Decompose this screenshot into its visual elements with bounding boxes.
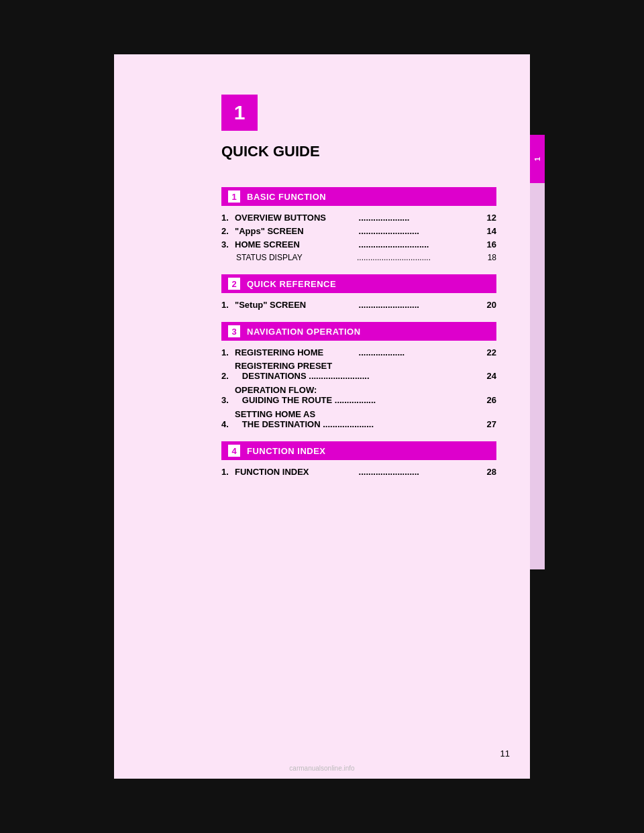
item-dots: ..................... <box>356 213 478 223</box>
item-number: 1. <box>221 213 235 223</box>
item-page: 24 <box>478 371 496 381</box>
chapter-title: QUICK GUIDE <box>221 143 503 160</box>
toc-sub-item: STATUS DISPLAY .........................… <box>221 253 496 262</box>
toc-item: 1. "Setup" SCREEN ......................… <box>221 300 496 310</box>
tab-6[interactable] <box>530 376 545 425</box>
tab-4[interactable] <box>530 280 545 328</box>
section-basic-function: 1 BASIC FUNCTION 1. OVERVIEW BUTTONS ...… <box>221 187 496 262</box>
item-number: 1. <box>221 467 235 477</box>
section-navigation: 3 NAVIGATION OPERATION 1. REGISTERING HO… <box>221 322 496 429</box>
section-quick-reference: 2 QUICK REFERENCE 1. "Setup" SCREEN ....… <box>221 274 496 310</box>
item-page: 16 <box>478 239 496 249</box>
chapter-tabs: 1 <box>530 135 545 569</box>
tab-1-label: 1 <box>533 157 541 161</box>
item-page: 20 <box>478 300 496 310</box>
item-number: 1. <box>221 347 235 357</box>
item-dots: ............................. <box>356 239 478 249</box>
toc-item: 4. SETTING HOME AS THE DESTINATION .....… <box>221 409 496 429</box>
item-dots: ......................... <box>356 226 478 236</box>
toc-content: 1 BASIC FUNCTION 1. OVERVIEW BUTTONS ...… <box>221 187 496 477</box>
section1-badge: 1 <box>228 190 240 203</box>
item-dots: ................... <box>356 347 478 357</box>
section3-badge: 3 <box>228 325 240 337</box>
tab-5[interactable] <box>530 328 545 376</box>
item-text: HOME SCREEN <box>235 239 356 249</box>
item-text-line1: REGISTERING PRESET <box>235 361 478 371</box>
item-text-line2: GUIDING THE ROUTE ................. <box>235 395 478 405</box>
section1-title: BASIC FUNCTION <box>247 192 326 202</box>
item-dots: ......................... <box>356 467 478 477</box>
item-text-line2: DESTINATIONS ......................... <box>235 371 478 381</box>
page-number: 11 <box>500 748 510 759</box>
item-text: "Setup" SCREEN <box>235 300 356 310</box>
tab-1[interactable]: 1 <box>530 135 545 183</box>
item-text: OPERATION FLOW: GUIDING THE ROUTE ......… <box>235 385 478 405</box>
item-number: 2. <box>221 371 235 381</box>
item-number: 1. <box>221 300 235 310</box>
watermark: carmanualsonline.info <box>114 765 530 772</box>
item-page: 14 <box>478 226 496 236</box>
section4-header: 4 FUNCTION INDEX <box>221 441 496 460</box>
item-page: 22 <box>478 347 496 357</box>
item-text: "Apps" SCREEN <box>235 226 356 236</box>
item-page: 12 <box>478 213 496 223</box>
item-text-line1: SETTING HOME AS <box>235 409 478 419</box>
item-page: 28 <box>478 467 496 477</box>
toc-item: 3. OPERATION FLOW: GUIDING THE ROUTE ...… <box>221 385 496 405</box>
toc-item: 2. "Apps" SCREEN .......................… <box>221 226 496 236</box>
toc-item: 1. REGISTERING HOME ................... … <box>221 347 496 357</box>
toc-item: 1. FUNCTION INDEX ......................… <box>221 467 496 477</box>
tab-3[interactable] <box>530 231 545 280</box>
section2-title: QUICK REFERENCE <box>247 279 336 289</box>
section1-header: 1 BASIC FUNCTION <box>221 187 496 206</box>
toc-item: 2. REGISTERING PRESET DESTINATIONS .....… <box>221 361 496 381</box>
item-text: REGISTERING PRESET DESTINATIONS ........… <box>235 361 478 381</box>
chapter-badge: 1 <box>221 95 258 131</box>
tab-9[interactable] <box>530 521 545 569</box>
item-number: 2. <box>221 226 235 236</box>
item-text: FUNCTION INDEX <box>235 467 356 477</box>
chapter-number: 1 <box>234 101 246 124</box>
sub-item-page: 18 <box>478 253 496 262</box>
item-dots: ......................... <box>356 300 478 310</box>
sub-item-dots: ................................. <box>357 253 478 262</box>
tab-2[interactable] <box>530 183 545 231</box>
toc-item: 1. OVERVIEW BUTTONS ....................… <box>221 213 496 223</box>
section2-badge: 2 <box>228 278 240 290</box>
item-number: 4. <box>221 419 235 429</box>
item-page: 26 <box>478 395 496 405</box>
tab-8[interactable] <box>530 473 545 521</box>
item-text: REGISTERING HOME <box>235 347 356 357</box>
section3-header: 3 NAVIGATION OPERATION <box>221 322 496 341</box>
item-text: SETTING HOME AS THE DESTINATION ........… <box>235 409 478 429</box>
item-text-line2: THE DESTINATION ..................... <box>235 419 478 429</box>
tab-7[interactable] <box>530 425 545 473</box>
sub-item-text: STATUS DISPLAY <box>236 253 357 262</box>
section3-title: NAVIGATION OPERATION <box>247 327 361 337</box>
section2-header: 2 QUICK REFERENCE <box>221 274 496 293</box>
page: 1 QUICK GUIDE 1 BASIC FUNCTION 1. OVERVI… <box>114 54 530 779</box>
item-text: OVERVIEW BUTTONS <box>235 213 356 223</box>
section4-badge: 4 <box>228 445 240 457</box>
item-number: 3. <box>221 395 235 405</box>
item-page: 27 <box>478 419 496 429</box>
item-number: 3. <box>221 239 235 249</box>
toc-item: 3. HOME SCREEN .........................… <box>221 239 496 249</box>
section4-title: FUNCTION INDEX <box>247 446 326 456</box>
section-function-index: 4 FUNCTION INDEX 1. FUNCTION INDEX .....… <box>221 441 496 477</box>
item-text-line1: OPERATION FLOW: <box>235 385 478 395</box>
